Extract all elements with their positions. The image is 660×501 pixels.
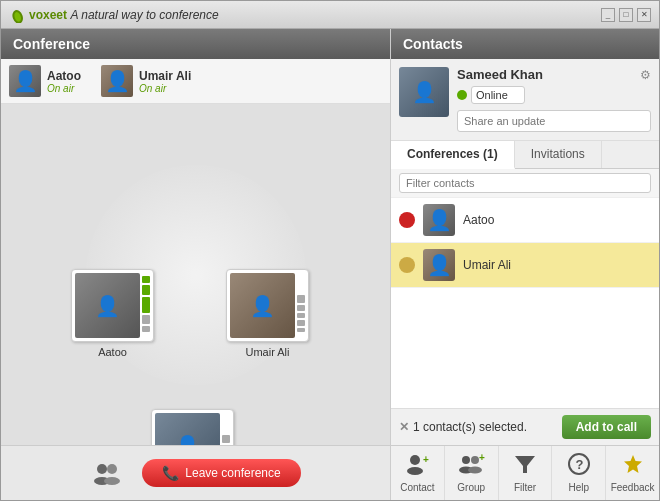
share-update-input[interactable] [457,110,651,132]
leave-conference-button[interactable]: 📞 Leave conference [142,459,300,487]
svg-point-6 [410,455,420,465]
participant-aatoo[interactable]: Aatoo [71,269,154,358]
svg-text:+: + [423,454,429,465]
group-participants-icon[interactable] [90,457,122,489]
svg-text:?: ? [575,457,583,472]
filter-row [391,169,659,198]
profile-name: Sameed Khan [457,67,543,82]
nav-feedback[interactable]: Feedback [606,446,659,500]
settings-gear-icon[interactable]: ⚙ [640,68,651,82]
on-air-person-1: Aatoo On air [9,65,81,97]
svg-point-12 [468,467,482,474]
svg-text:+: + [479,453,485,463]
participant-name-umair: Umair Ali [245,346,289,358]
main-content: Conference Aatoo On air Umair Ali On air [1,29,659,500]
svg-point-3 [107,464,117,474]
on-air-info-2: Umair Ali On air [139,69,191,94]
svg-marker-14 [515,456,535,473]
profile-info: Sameed Khan ⚙ Online [457,67,651,132]
on-air-bar: Aatoo On air Umair Ali On air [1,59,390,104]
logo: voxeet A natural way to conference [9,7,219,23]
filter-icon [513,453,537,480]
left-panel: Conference Aatoo On air Umair Ali On air [1,29,391,500]
contact-avatar-umair [423,249,455,281]
status-row: Online [457,86,651,104]
nav-filter[interactable]: Filter [499,446,553,500]
nav-filter-label: Filter [514,482,536,493]
contact-item-umair[interactable]: Umair Ali [391,243,659,288]
profile-avatar [399,67,449,117]
selected-info: ✕ 1 contact(s) selected. [399,420,554,434]
contact-status-umair [399,257,415,273]
contact-avatar-aatoo [423,204,455,236]
svg-point-5 [104,477,120,485]
status-dropdown[interactable]: Online [471,86,525,104]
contact-name-aatoo: Aatoo [463,213,494,227]
logo-icon [9,7,25,23]
conference-title: Conference [13,36,90,52]
nav-contact-label: Contact [400,482,434,493]
on-air-avatar-aatoo [9,65,41,97]
conference-bottom-bar: 📞 Leave conference [1,445,390,500]
app-window: voxeet A natural way to conference _ □ ✕… [0,0,660,501]
brand-name: voxeet [29,8,67,22]
leave-icon: 📞 [162,465,179,481]
title-text: voxeet A natural way to conference [29,8,219,22]
contact-item-aatoo[interactable]: Aatoo [391,198,659,243]
tab-invitations[interactable]: Invitations [515,141,602,168]
on-air-label-2: On air [139,83,191,94]
nav-feedback-label: Feedback [611,482,655,493]
svg-point-7 [407,467,423,475]
volume-bars-umair [297,276,305,336]
brand-tagline: A natural way to conference [70,8,218,22]
contacts-header: Contacts [391,29,659,59]
tab-conferences[interactable]: Conferences (1) [391,141,515,169]
contact-add-icon: + [405,453,429,480]
on-air-label-1: On air [47,83,81,94]
title-bar: voxeet A natural way to conference _ □ ✕ [1,1,659,29]
participant-photo-sameed [155,413,220,445]
nav-help[interactable]: ? Help [552,446,606,500]
leave-button-label: Leave conference [185,466,280,480]
contacts-list: Aatoo Umair Ali [391,198,659,408]
nav-group[interactable]: + Group [445,446,499,500]
tabs-row: Conferences (1) Invitations [391,141,659,169]
participant-umair[interactable]: Umair Ali [226,269,309,358]
minimize-button[interactable]: _ [601,8,615,22]
volume-bars-aatoo [142,276,150,336]
participant-name-aatoo: Aatoo [98,346,127,358]
profile-section: Sameed Khan ⚙ Online [391,59,659,141]
nav-contact[interactable]: + Contact [391,446,445,500]
window-controls: _ □ ✕ [601,8,651,22]
participant-card-inner-aatoo [71,269,154,342]
close-button[interactable]: ✕ [637,8,651,22]
add-to-call-button[interactable]: Add to call [562,415,651,439]
on-air-name-1: Aatoo [47,69,81,83]
svg-point-10 [471,456,479,464]
svg-point-9 [462,456,470,464]
deselect-button[interactable]: ✕ [399,420,409,434]
profile-name-row: Sameed Khan ⚙ [457,67,651,82]
participant-card-inner-sameed [151,409,234,445]
filter-contacts-input[interactable] [399,173,651,193]
on-air-info-1: Aatoo On air [47,69,81,94]
volume-bars-sameed [222,416,230,446]
selected-count: 1 contact(s) selected. [413,420,527,434]
contacts-title: Contacts [403,36,463,52]
contact-name-umair: Umair Ali [463,258,511,272]
participant-sameed[interactable]: Sameed Khan [151,409,234,445]
on-air-person-2: Umair Ali On air [101,65,191,97]
profile-row: Sameed Khan ⚙ Online [399,67,651,132]
help-icon: ? [568,453,590,480]
bottom-actions: ✕ 1 contact(s) selected. Add to call [391,408,659,445]
bottom-nav: + Contact + Grou [391,445,659,500]
nav-help-label: Help [569,482,590,493]
right-panel: Contacts Sameed Khan ⚙ Online [391,29,659,500]
on-air-name-2: Umair Ali [139,69,191,83]
maximize-button[interactable]: □ [619,8,633,22]
status-indicator-dot [457,90,467,100]
svg-point-2 [97,464,107,474]
conference-area: Aatoo Umair Ali [1,104,390,445]
svg-marker-17 [624,455,642,473]
on-air-avatar-umair [101,65,133,97]
